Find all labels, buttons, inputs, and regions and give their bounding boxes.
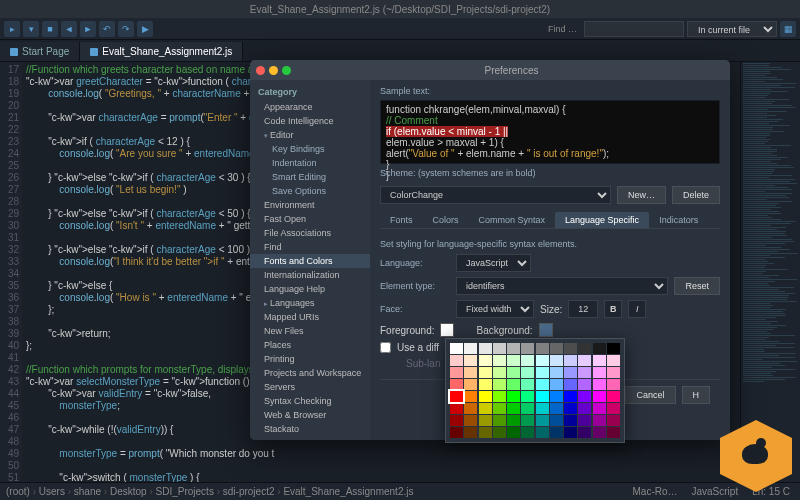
- color-swatch[interactable]: [536, 403, 549, 414]
- color-swatch[interactable]: [607, 355, 620, 366]
- italic-button[interactable]: I: [628, 300, 646, 318]
- color-swatch[interactable]: [521, 415, 534, 426]
- category-fast-open[interactable]: Fast Open: [250, 212, 370, 226]
- color-swatch[interactable]: [607, 391, 620, 402]
- color-swatch[interactable]: [507, 391, 520, 402]
- category-smart-editing[interactable]: Smart Editing: [250, 170, 370, 184]
- nav-back-icon[interactable]: ◄: [61, 21, 77, 37]
- color-swatch[interactable]: [450, 415, 463, 426]
- color-swatch[interactable]: [464, 355, 477, 366]
- color-swatch[interactable]: [536, 427, 549, 438]
- color-swatch[interactable]: [507, 367, 520, 378]
- color-swatch[interactable]: [578, 391, 591, 402]
- color-swatch[interactable]: [536, 379, 549, 390]
- reset-button[interactable]: Reset: [674, 277, 720, 295]
- color-swatch[interactable]: [607, 427, 620, 438]
- color-swatch[interactable]: [593, 367, 606, 378]
- category-web-browser[interactable]: Web & Browser: [250, 408, 370, 422]
- bold-button[interactable]: B: [604, 300, 622, 318]
- color-swatch[interactable]: [607, 379, 620, 390]
- color-swatch[interactable]: [521, 403, 534, 414]
- color-swatch[interactable]: [607, 367, 620, 378]
- color-swatch[interactable]: [521, 367, 534, 378]
- category-code-intelligence[interactable]: Code Intelligence: [250, 114, 370, 128]
- new-scheme-button[interactable]: New…: [617, 186, 666, 204]
- category-find[interactable]: Find: [250, 240, 370, 254]
- subtab-colors[interactable]: Colors: [423, 212, 469, 228]
- color-swatch[interactable]: [550, 379, 563, 390]
- color-swatch[interactable]: [450, 355, 463, 366]
- color-swatch[interactable]: [607, 403, 620, 414]
- color-swatch[interactable]: [507, 355, 520, 366]
- color-swatch[interactable]: [550, 427, 563, 438]
- color-swatch[interactable]: [536, 367, 549, 378]
- subtab-common-syntax[interactable]: Common Syntax: [469, 212, 556, 228]
- color-swatch[interactable]: [450, 379, 463, 390]
- color-swatch[interactable]: [578, 367, 591, 378]
- status-encoding[interactable]: Mac-Ro…: [628, 486, 681, 497]
- breadcrumb-segment[interactable]: SDI_Projects: [156, 486, 223, 497]
- category-languages[interactable]: Languages: [250, 296, 370, 310]
- category-mapped-uris[interactable]: Mapped URIs: [250, 310, 370, 324]
- save-icon[interactable]: ■: [42, 21, 58, 37]
- undo-icon[interactable]: ↶: [99, 21, 115, 37]
- color-swatch[interactable]: [564, 391, 577, 402]
- sidebar-right-icon[interactable]: ▦: [780, 21, 796, 37]
- color-swatch[interactable]: [593, 403, 606, 414]
- color-swatch[interactable]: [578, 355, 591, 366]
- color-swatch[interactable]: [593, 343, 606, 354]
- color-swatch[interactable]: [479, 415, 492, 426]
- close-icon[interactable]: [256, 66, 265, 75]
- color-swatch[interactable]: [479, 367, 492, 378]
- category-stackato[interactable]: Stackato: [250, 422, 370, 436]
- color-swatch[interactable]: [550, 391, 563, 402]
- color-swatch[interactable]: [578, 415, 591, 426]
- foreground-swatch[interactable]: [440, 323, 454, 337]
- breadcrumb-segment[interactable]: sdi-project2: [223, 486, 284, 497]
- color-swatch[interactable]: [550, 343, 563, 354]
- subtab-indicators[interactable]: Indicators: [649, 212, 708, 228]
- color-swatch[interactable]: [464, 367, 477, 378]
- color-swatch[interactable]: [593, 355, 606, 366]
- color-swatch[interactable]: [464, 379, 477, 390]
- color-swatch[interactable]: [493, 343, 506, 354]
- color-swatch[interactable]: [479, 391, 492, 402]
- maximize-icon[interactable]: [282, 66, 291, 75]
- color-swatch[interactable]: [493, 367, 506, 378]
- color-swatch[interactable]: [493, 403, 506, 414]
- use-diff-checkbox[interactable]: [380, 342, 391, 353]
- face-select[interactable]: Fixed width: [456, 300, 534, 318]
- color-swatch[interactable]: [607, 343, 620, 354]
- find-input[interactable]: [584, 21, 684, 37]
- minimize-icon[interactable]: [269, 66, 278, 75]
- category-fonts-and-colors[interactable]: Fonts and Colors: [250, 254, 370, 268]
- category-syntax-checking[interactable]: Syntax Checking: [250, 394, 370, 408]
- color-swatch[interactable]: [450, 403, 463, 414]
- color-swatch[interactable]: [521, 391, 534, 402]
- color-swatch[interactable]: [578, 427, 591, 438]
- color-swatch[interactable]: [464, 427, 477, 438]
- color-swatch[interactable]: [450, 367, 463, 378]
- color-swatch[interactable]: [564, 355, 577, 366]
- category-servers[interactable]: Servers: [250, 380, 370, 394]
- color-swatch[interactable]: [493, 391, 506, 402]
- color-swatch[interactable]: [607, 415, 620, 426]
- dialog-titlebar[interactable]: Preferences: [250, 60, 730, 80]
- color-swatch[interactable]: [593, 415, 606, 426]
- breadcrumb-segment[interactable]: shane: [74, 486, 110, 497]
- color-swatch[interactable]: [464, 343, 477, 354]
- color-swatch[interactable]: [507, 427, 520, 438]
- play-icon[interactable]: ▶: [137, 21, 153, 37]
- color-swatch[interactable]: [479, 379, 492, 390]
- color-swatch[interactable]: [536, 391, 549, 402]
- color-swatch[interactable]: [479, 343, 492, 354]
- category-appearance[interactable]: Appearance: [250, 100, 370, 114]
- delete-scheme-button[interactable]: Delete: [672, 186, 720, 204]
- category-editor[interactable]: Editor: [250, 128, 370, 142]
- color-swatch[interactable]: [464, 403, 477, 414]
- new-file-icon[interactable]: ▸: [4, 21, 20, 37]
- color-swatch[interactable]: [536, 355, 549, 366]
- color-swatch[interactable]: [550, 403, 563, 414]
- category-internationalization[interactable]: Internationalization: [250, 268, 370, 282]
- breadcrumb-segment[interactable]: Evalt_Shane_Assignment2.js: [283, 486, 413, 497]
